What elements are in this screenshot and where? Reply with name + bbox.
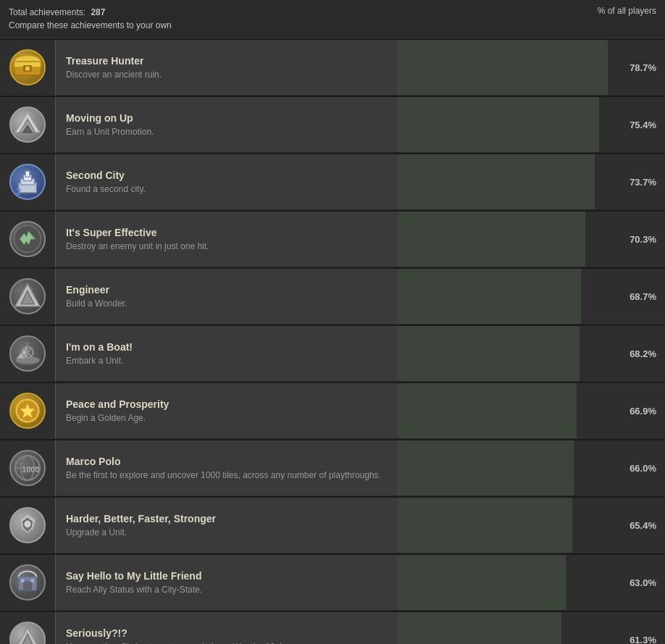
achievement-icon: 2: [0, 154, 56, 210]
achievement-percent: 63.0%: [630, 577, 656, 588]
achievement-info: Harder, Better, Faster, Stronger Upgrade…: [56, 513, 397, 538]
achievement-percent: 66.9%: [630, 406, 656, 417]
achievement-name: Seriously?!?: [66, 627, 387, 639]
achievement-percent: 73.7%: [630, 177, 656, 188]
achievement-bar: [397, 612, 561, 644]
achievement-icon: [0, 326, 56, 382]
achievement-bar-container: 61.3%: [397, 612, 665, 644]
achievement-percent: 78.7%: [630, 62, 656, 73]
achievement-desc: Found a second city.: [66, 184, 387, 194]
achievement-row: I'm on a Boat! Embark a Unit. 68.2%: [0, 326, 665, 382]
achievement-percent: 75.4%: [630, 120, 656, 130]
achievement-name: Moving on Up: [66, 112, 387, 124]
achievement-bar-container: 78.7%: [397, 40, 665, 95]
achievement-icon: 1000: [0, 440, 56, 496]
achievement-name: Marco Polo: [66, 456, 387, 467]
achievement-name: I'm on a Boat!: [66, 341, 387, 353]
achievement-icon: [0, 212, 56, 267]
header-right: % of all players: [598, 6, 656, 16]
achievement-desc: Discover an ancient ruin.: [66, 70, 387, 80]
svg-text:1000: 1000: [22, 465, 39, 474]
achievement-desc: Upgrade a Unit.: [66, 527, 387, 538]
achievement-bar-container: 68.7%: [397, 269, 665, 324]
achievement-desc: Embark a Unit.: [66, 356, 387, 366]
achievement-row: Treasure Hunter Discover an ancient ruin…: [0, 40, 665, 96]
achievement-name: Engineer: [66, 284, 387, 296]
achievement-desc: Reach Ally Status with a City-State.: [66, 585, 387, 595]
achievement-bar-container: 75.4%: [397, 97, 665, 152]
svg-rect-34: [23, 581, 32, 590]
achievement-name: Treasure Hunter: [66, 55, 387, 67]
svg-rect-37: [31, 579, 35, 582]
achievement-bar-container: 73.7%: [397, 154, 665, 209]
achievement-info: I'm on a Boat! Embark a Unit.: [56, 341, 397, 366]
achievement-bar: [397, 383, 577, 438]
svg-rect-11: [25, 171, 29, 177]
achievement-bar-container: 70.3%: [397, 212, 665, 267]
achievement-desc: Be the first to explore and uncover 1000…: [66, 470, 387, 480]
achievement-bar: [397, 97, 599, 152]
achievement-percent: 68.2%: [630, 348, 656, 359]
achievement-row: Peace and Prosperity Begin a Golden Age.…: [0, 383, 665, 439]
achievement-info: Marco Polo Be the first to explore and u…: [56, 456, 397, 480]
achievement-icon: [0, 269, 56, 325]
achievement-icon: [0, 555, 56, 611]
achievement-info: Peace and Prosperity Begin a Golden Age.: [56, 398, 397, 423]
achievement-row: Say Hello to My Little Friend Reach Ally…: [0, 555, 665, 611]
achievement-bar-container: 63.0%: [397, 555, 665, 610]
achievement-row: 2 Second City Found a second city. 73.7%: [0, 154, 665, 210]
achievement-icon: [0, 383, 56, 439]
achievement-row: It's Super Effective Destroy an enemy un…: [0, 212, 665, 267]
achievement-row: Engineer Build a Wonder. 68.7%: [0, 269, 665, 325]
achievement-bar: [397, 555, 566, 610]
achievement-bar: [397, 440, 574, 495]
achievement-percent: 61.3%: [630, 635, 656, 645]
achievement-bar-container: 68.2%: [397, 326, 665, 381]
achievement-icon: [0, 498, 56, 553]
achievement-info: Moving on Up Earn a Unit Promotion.: [56, 112, 397, 137]
achievement-name: Say Hello to My Little Friend: [66, 570, 387, 582]
achievement-bar: [397, 269, 581, 324]
achievement-info: It's Super Effective Destroy an enemy un…: [56, 227, 397, 251]
achievement-bar: [397, 212, 585, 267]
achievement-bar: [397, 40, 608, 95]
total-label: Total achievements:: [9, 7, 85, 17]
achievement-name: Peace and Prosperity: [66, 398, 387, 410]
achievement-row: Moving on Up Earn a Unit Promotion. 75.4…: [0, 97, 665, 153]
achievement-name: Second City: [66, 170, 387, 181]
achievement-bar: [397, 154, 595, 209]
compare-label: Compare these achievements to your own: [9, 20, 172, 30]
achievement-bar-container: 65.4%: [397, 498, 665, 553]
achievement-desc: Destroy an enemy unit in just one hit.: [66, 241, 387, 251]
achievement-row: Seriously?!? Have another Civ beat you t…: [0, 612, 665, 644]
achievement-desc: Earn a Unit Promotion.: [66, 127, 387, 137]
achievement-desc: Begin a Golden Age.: [66, 413, 387, 423]
achievement-row: Harder, Better, Faster, Stronger Upgrade…: [0, 498, 665, 553]
header-left: Total achievements: 287 Compare these ac…: [9, 6, 172, 32]
achievement-info: Engineer Build a Wonder.: [56, 284, 397, 309]
achievement-row: 1000 Marco Polo Be the first to explore …: [0, 440, 665, 496]
achievement-info: Say Hello to My Little Friend Reach Ally…: [56, 570, 397, 595]
achievement-percent: 68.7%: [630, 291, 656, 302]
achievement-name: Harder, Better, Faster, Stronger: [66, 513, 387, 524]
total-count: 287: [91, 7, 105, 17]
svg-rect-36: [21, 579, 25, 582]
svg-text:2: 2: [16, 186, 22, 197]
svg-point-4: [25, 66, 30, 70]
achievement-name: It's Super Effective: [66, 227, 387, 238]
header: Total achievements: 287 Compare these ac…: [0, 0, 665, 38]
achievement-desc: Build a Wonder.: [66, 298, 387, 309]
achievement-percent: 65.4%: [630, 520, 656, 531]
achievement-info: Seriously?!? Have another Civ beat you t…: [56, 627, 397, 644]
achievement-percent: 70.3%: [630, 234, 656, 245]
percent-label: % of all players: [598, 6, 656, 16]
achievement-bar-container: 66.0%: [397, 440, 665, 495]
achievement-icon: [0, 40, 56, 96]
svg-point-31: [24, 521, 30, 527]
achievements-list: Treasure Hunter Discover an ancient ruin…: [0, 40, 665, 644]
achievement-icon: [0, 97, 56, 153]
achievement-icon: [0, 612, 56, 645]
achievement-percent: 66.0%: [630, 463, 656, 474]
achievement-info: Treasure Hunter Discover an ancient ruin…: [56, 55, 397, 80]
achievement-bar: [397, 498, 572, 553]
